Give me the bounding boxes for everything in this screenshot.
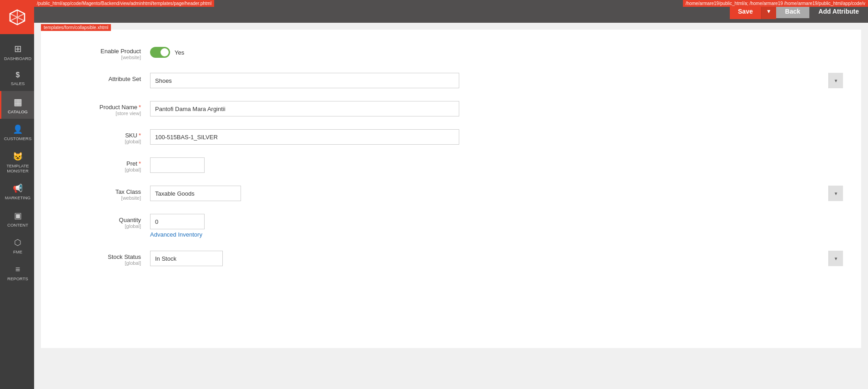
enable-product-row: Enable Product [website] Yes	[41, 39, 861, 66]
sidebar-item-dashboard-label: DASHBOARD	[4, 56, 31, 61]
customers-icon: 👤	[13, 124, 23, 134]
tax-class-label: Tax Class [website]	[59, 186, 150, 201]
form-path-tag: templates/form/collapsible.xhtml	[41, 24, 111, 31]
tax-class-select[interactable]: Taxable Goods	[150, 186, 241, 201]
sku-scope: [global]	[59, 139, 141, 144]
quantity-label: Quantity [global]	[59, 214, 150, 229]
marketing-icon: 📢	[13, 183, 23, 193]
content-icon: ▣	[14, 211, 22, 221]
sku-required: *	[139, 132, 141, 139]
sidebar-item-template-monster-label: TEMPLATE MONSTER	[4, 163, 32, 174]
main-area: /public_html/app/code/Magento/Backend/vi…	[34, 0, 868, 389]
sidebar-item-template-monster[interactable]: 😺 TEMPLATE MONSTER	[0, 146, 34, 178]
quantity-input[interactable]	[150, 214, 205, 229]
stock-status-control: In Stock ▼	[150, 251, 843, 266]
attribute-set-select[interactable]: Shoes	[150, 73, 459, 88]
fme-icon: ⬡	[14, 237, 21, 248]
attribute-set-control: Shoes ▼	[150, 73, 843, 88]
attribute-set-select-wrapper: Shoes ▼	[150, 73, 843, 88]
product-name-input[interactable]	[150, 101, 459, 116]
enable-product-scope: [website]	[59, 55, 141, 60]
sidebar-item-marketing-label: MARKETING	[5, 195, 30, 200]
stock-status-label: Stock Status [global]	[59, 251, 150, 266]
sidebar-item-fme-label: FME	[13, 249, 22, 254]
attribute-set-label: Attribute Set	[59, 73, 150, 82]
sku-row: SKU* [global]	[41, 123, 861, 151]
stock-status-row: Stock Status [global] In Stock ▼	[41, 244, 861, 273]
sidebar-item-content-label: CONTENT	[7, 222, 28, 227]
sidebar-item-dashboard[interactable]: ⊞ DASHBOARD	[0, 38, 34, 66]
pret-required: *	[139, 160, 141, 167]
enable-product-control: Yes	[150, 45, 843, 58]
toggle-slider	[150, 47, 170, 58]
sidebar-item-customers[interactable]: 👤 CUSTOMERS	[0, 119, 34, 146]
sidebar-item-content[interactable]: ▣ CONTENT	[0, 205, 34, 232]
quantity-scope: [global]	[59, 223, 141, 229]
tax-class-scope: [website]	[59, 195, 141, 201]
pret-input[interactable]	[150, 157, 205, 173]
tax-class-row: Tax Class [website] Taxable Goods ▼	[41, 179, 861, 207]
stock-status-select[interactable]: In Stock	[150, 251, 223, 266]
dashboard-icon: ⊞	[14, 43, 22, 54]
sidebar-item-customers-label: CUSTOMERS	[4, 136, 32, 141]
sales-icon: $	[16, 71, 20, 79]
pret-control	[150, 157, 843, 173]
catalog-icon: ▦	[14, 96, 22, 107]
tax-class-control: Taxable Goods ▼	[150, 186, 843, 201]
pret-scope: [global]	[59, 167, 141, 172]
sku-input[interactable]	[150, 129, 459, 145]
top-bar-path-right: /home/armare19/public_html/a; /home/arma…	[683, 0, 868, 7]
product-name-row: Product Name* [store view]	[41, 95, 861, 123]
sku-control	[150, 129, 843, 145]
product-name-label: Product Name* [store view]	[59, 101, 150, 116]
sidebar-logo	[0, 0, 34, 34]
product-name-control	[150, 101, 843, 116]
pret-row: Pret* [global]	[41, 151, 861, 179]
enable-product-label: Enable Product [website]	[59, 45, 150, 60]
toggle-wrapper: Yes	[150, 45, 843, 58]
stock-status-dropdown-arrow: ▼	[828, 251, 843, 266]
form-container: templates/form/collapsible.xhtml Enable …	[41, 30, 861, 348]
sidebar-item-catalog-label: CATALOG	[8, 109, 28, 114]
top-bar-path-left: /public_html/app/code/Magento/Backend/vi…	[34, 0, 214, 7]
sku-label: SKU* [global]	[59, 129, 150, 144]
stock-status-scope: [global]	[59, 260, 141, 266]
product-name-scope: [store view]	[59, 111, 141, 116]
advanced-inventory-link[interactable]: Advanced Inventory	[150, 231, 843, 238]
tax-class-dropdown-arrow: ▼	[828, 186, 843, 201]
reports-icon: ≡	[15, 265, 20, 274]
quantity-control: Advanced Inventory	[150, 214, 843, 238]
top-bar: /public_html/app/code/Magento/Backend/vi…	[34, 0, 868, 23]
quantity-row: Quantity [global] Advanced Inventory	[41, 207, 861, 244]
attribute-set-dropdown-arrow: ▼	[828, 73, 843, 88]
attribute-set-row: Attribute Set Shoes ▼	[41, 66, 861, 95]
tax-class-select-wrapper: Taxable Goods ▼	[150, 186, 843, 201]
pret-label: Pret* [global]	[59, 157, 150, 172]
enable-product-toggle[interactable]	[150, 47, 170, 58]
template-monster-icon: 😺	[13, 152, 23, 162]
sidebar-item-marketing[interactable]: 📢 MARKETING	[0, 178, 34, 205]
product-name-required: *	[139, 104, 141, 111]
sidebar-item-sales[interactable]: $ SALES	[0, 66, 34, 91]
enable-product-yes-label: Yes	[175, 49, 184, 56]
sidebar-item-fme[interactable]: ⬡ FME	[0, 232, 34, 259]
sidebar-item-catalog[interactable]: ▦ CATALOG	[0, 91, 34, 119]
sidebar-item-reports[interactable]: ≡ REPORTS	[0, 259, 34, 286]
sidebar-item-sales-label: SALES	[11, 81, 25, 86]
sidebar: ⊞ DASHBOARD $ SALES ▦ CATALOG 👤 CUSTOMER…	[0, 0, 34, 389]
stock-status-select-wrapper: In Stock ▼	[150, 251, 843, 266]
sidebar-item-reports-label: REPORTS	[7, 276, 28, 281]
content-area: templates/form/collapsible.xhtml Enable …	[34, 23, 868, 389]
